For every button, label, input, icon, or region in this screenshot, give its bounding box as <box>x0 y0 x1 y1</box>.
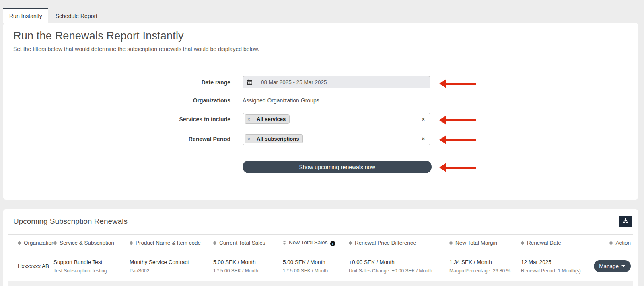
service-name: Support Bundle Test <box>53 259 130 265</box>
sort-icon <box>18 241 21 245</box>
tab-schedule-report[interactable]: Schedule Report <box>48 8 105 23</box>
annotation-arrow-submit <box>439 163 476 172</box>
date-range-input[interactable]: 08 Mar 2025 - 25 Mar 2025 <box>243 76 430 88</box>
renewal-period-multiselect[interactable]: × All subscriptions × <box>243 133 430 145</box>
page-title: Run the Renewals Report Instantly <box>13 30 628 42</box>
column-header-product-name[interactable]: Product Name & Item code <box>130 235 213 251</box>
column-header-service-subscription[interactable]: Service & Subscription <box>53 235 130 251</box>
services-clear-icon[interactable]: × <box>422 117 425 122</box>
item-code: PaaS002 <box>130 268 213 274</box>
column-header-renewal-date[interactable]: Renewal Date <box>521 235 589 251</box>
sort-icon <box>53 241 57 245</box>
manage-button-label: Manage <box>599 263 619 269</box>
tab-run-instantly-label: Run Instantly <box>9 13 42 19</box>
current-sales-detail: 1 * 5.00 SEK / Month <box>213 268 283 274</box>
sort-icon <box>213 241 216 245</box>
date-range-value: 08 Mar 2025 - 25 Mar 2025 <box>256 76 327 88</box>
column-header-organization[interactable]: Organization <box>8 235 53 251</box>
renewal-period-label: Renewal Period <box>3 136 230 142</box>
renewal-period-detail: Renewal Period: 1 Month(s) <box>521 268 589 274</box>
margin-percentage: Margin Percentage: 26.80 % <box>449 268 521 274</box>
annotation-arrow-renewal-period <box>439 135 476 145</box>
sort-icon <box>521 241 524 245</box>
sort-icon <box>609 241 613 245</box>
organizations-value: Assigned Organization Groups <box>243 97 319 104</box>
renewal-period-tag: × All subscriptions <box>245 134 303 143</box>
table-header-row: Organization Service & Subscription Prod… <box>8 235 633 251</box>
manage-button[interactable]: Manage <box>594 260 631 272</box>
renewal-date: 12 Mar 2025 <box>521 259 589 265</box>
renewals-title: Upcoming Subscription Renewals <box>13 217 128 226</box>
panel-head: Run the Renewals Report Instantly Set th… <box>3 23 638 61</box>
tab-bar: Run Instantly Schedule Report <box>0 0 644 23</box>
filters-form: Date range <box>3 61 638 173</box>
renewal-period-tag-label: All subscriptions <box>253 135 302 143</box>
download-icon <box>623 218 629 225</box>
download-button[interactable] <box>619 216 632 227</box>
tag-remove-icon[interactable]: × <box>245 135 253 143</box>
column-header-renewal-price-difference[interactable]: Renewal Price Difference <box>349 235 449 251</box>
sort-icon <box>283 241 286 245</box>
current-total-sales: 5.00 SEK / Month <box>213 259 283 265</box>
chevron-down-icon <box>621 265 625 267</box>
subscription-name: Test Subscription Testing <box>53 268 130 274</box>
sort-icon <box>349 241 352 245</box>
renewal-period-clear-icon[interactable]: × <box>422 137 425 141</box>
calendar-icon <box>243 76 256 88</box>
page-subtitle: Set the filters below that would determi… <box>13 46 628 52</box>
sort-icon <box>130 241 133 245</box>
renewals-header: Upcoming Subscription Renewals <box>3 209 638 234</box>
tab-schedule-report-label: Schedule Report <box>56 13 97 19</box>
show-renewals-button[interactable]: Show upcoming renewals now <box>243 161 432 173</box>
services-tag: × All services <box>245 114 290 124</box>
organizations-row: Organizations Assigned Organization Grou… <box>3 97 638 104</box>
upcoming-renewals-panel: Upcoming Subscription Renewals Organizat… <box>3 209 638 286</box>
tag-remove-icon[interactable]: × <box>245 115 253 123</box>
annotation-arrow-date-range <box>439 79 476 88</box>
annotation-arrow-services <box>439 115 476 125</box>
renewals-table: Organization Service & Subscription Prod… <box>8 234 633 286</box>
organization-cell: Hxxxxxxx AB <box>18 263 53 269</box>
services-label: Services to include <box>3 116 230 123</box>
run-report-panel: Run the Renewals Report Instantly Set th… <box>3 23 638 200</box>
product-name: Monthy Service Contract <box>130 259 213 265</box>
sort-icon <box>449 241 453 245</box>
table-row: Hxxxxxxx AB Support Bundle Test Test Sub… <box>8 251 633 281</box>
new-total-margin: 1.34 SEK / Month <box>449 259 521 265</box>
renewal-period-row: Renewal Period × All subscriptions × <box>3 133 638 145</box>
new-sales-detail: 1 * 5.00 SEK / Month <box>283 268 349 274</box>
table-row-next-partial <box>8 281 633 286</box>
services-row: Services to include × All services × <box>3 113 638 125</box>
unit-sales-change: Unit Sales Change: +0.00 SEK / Month <box>349 268 449 274</box>
services-multiselect[interactable]: × All services × <box>243 113 430 125</box>
column-header-current-total-sales[interactable]: Current Total Sales <box>213 235 283 251</box>
date-range-label: Date range <box>3 79 230 86</box>
new-total-sales: 5.00 SEK / Month <box>283 259 349 265</box>
column-header-new-total-sales[interactable]: New Total Salesi <box>283 235 349 251</box>
column-header-new-total-margin[interactable]: New Total Margin <box>449 235 521 251</box>
tab-run-instantly[interactable]: Run Instantly <box>3 8 48 23</box>
column-header-action[interactable]: Action <box>589 235 633 251</box>
info-icon[interactable]: i <box>330 241 335 246</box>
services-tag-label: All services <box>253 115 289 123</box>
date-range-row: Date range <box>3 76 638 88</box>
organizations-label: Organizations <box>3 97 230 104</box>
renewal-price-difference: +0.00 SEK / Month <box>349 259 449 265</box>
